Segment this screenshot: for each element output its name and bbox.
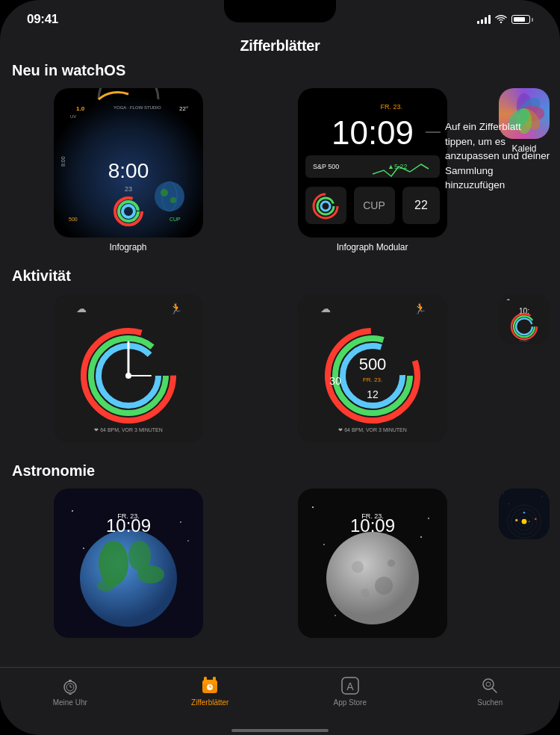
svg-point-17	[170, 197, 176, 203]
section-title-new: Neu in watchOS	[10, 62, 550, 79]
svg-point-83	[361, 589, 370, 598]
watch-face-activity-3[interactable]: ☁ 10: ❤ 64 BPM	[499, 294, 550, 344]
section-aktivitat: Aktivität ☁ 🏃	[10, 267, 550, 447]
svg-text:12: 12	[367, 388, 379, 400]
svg-point-14	[155, 182, 184, 211]
watch-face-activity-1[interactable]: ☁ 🏃 ❤ 64 BPM, VOR 3 MINUTEN	[54, 294, 203, 443]
watch-face-astronomy-2[interactable]: FR. 23. 10:09	[298, 489, 447, 638]
svg-text:10:09: 10:09	[349, 515, 394, 536]
app-store-icon: A	[340, 675, 361, 696]
tab-item-app-store[interactable]: A App Store	[280, 675, 420, 707]
svg-point-123	[486, 682, 491, 686]
watch-item-activity-3[interactable]: ☁ 10: ❤ 64 BPM	[499, 294, 550, 447]
svg-text:8:00: 8:00	[60, 156, 66, 167]
phone-screen: 09:41 Zifferblätter	[0, 0, 560, 735]
tab-item-zifferblatter[interactable]: Zifferblätter	[140, 675, 281, 707]
svg-point-99	[523, 512, 526, 514]
svg-point-98	[529, 521, 530, 522]
svg-text:❤ 64 BPM, VOR 3 MINUTEN: ❤ 64 BPM, VOR 3 MINUTEN	[94, 427, 163, 432]
callout: Auf ein Zifferblatt tippen, um es anzupa…	[426, 120, 553, 193]
svg-text:🏃: 🏃	[169, 303, 183, 315]
svg-rect-108	[69, 680, 72, 682]
battery-icon	[511, 15, 533, 24]
svg-text:FR. 23.: FR. 23.	[380, 103, 402, 111]
svg-point-80	[326, 532, 419, 624]
svg-text:A: A	[346, 680, 354, 692]
zifferblatter-icon	[199, 675, 220, 696]
svg-point-0	[500, 21, 502, 22]
status-time: 09:41	[27, 12, 58, 27]
svg-point-89	[323, 544, 325, 545]
watch-label-infograph: Infograph	[110, 242, 147, 252]
watch-grid-activity: ☁ 🏃 ❤ 64 BPM, VOR 3 MINUTEN	[10, 294, 550, 447]
tab-item-suchen[interactable]: Suchen	[420, 675, 561, 707]
watch-face-activity-2[interactable]: ☁ 🏃 500 FR. 23. 30	[298, 294, 447, 443]
signal-bars-icon	[477, 15, 491, 24]
svg-text:23: 23	[124, 185, 131, 193]
watch-item-infograph[interactable]: 1.0 UV YOGA · FLOW STUDIO 22° 8:00 23	[10, 88, 246, 252]
svg-text:❤ 64 BPM: ❤ 64 BPM	[520, 340, 528, 342]
svg-point-77	[83, 548, 84, 549]
watch-item-astronomy-3[interactable]	[499, 489, 550, 642]
tab-bar: Meine Uhr Zifferblätter	[0, 667, 560, 729]
svg-text:S&P 500: S&P 500	[313, 163, 339, 170]
svg-text:☁: ☁	[506, 297, 510, 301]
tab-label-meine-uhr: Meine Uhr	[53, 698, 87, 707]
svg-point-69	[99, 541, 128, 586]
tab-item-meine-uhr[interactable]: Meine Uhr	[0, 675, 140, 707]
svg-point-91	[335, 615, 336, 616]
svg-text:8:00: 8:00	[108, 159, 149, 182]
svg-text:500: 500	[69, 217, 78, 222]
svg-point-90	[420, 536, 422, 538]
tab-label-zifferblatter: Zifferblätter	[191, 698, 228, 707]
svg-point-101	[535, 518, 537, 520]
tab-label-suchen: Suchen	[477, 698, 503, 707]
watch-item-astronomy-2[interactable]: FR. 23. 10:09	[255, 489, 490, 642]
svg-point-71	[97, 580, 115, 592]
svg-point-76	[180, 521, 181, 523]
tab-label-app-store: App Store	[334, 698, 367, 707]
svg-text:FR. 23.: FR. 23.	[362, 376, 382, 383]
svg-point-75	[72, 510, 73, 512]
wifi-icon	[495, 13, 507, 25]
callout-text: Auf ein Zifferblatt tippen, um es anzupa…	[445, 120, 553, 193]
svg-text:22: 22	[414, 199, 428, 211]
svg-text:30: 30	[329, 375, 341, 387]
svg-point-78	[187, 540, 189, 542]
watch-item-astronomy-1[interactable]: FR. 23. 10:09	[10, 489, 246, 642]
svg-line-122	[493, 689, 497, 693]
svg-point-72	[137, 565, 164, 583]
svg-text:🏃: 🏃	[414, 303, 427, 315]
watch-grid-astronomy: FR. 23. 10:09	[10, 489, 550, 642]
svg-point-87	[312, 506, 314, 508]
watch-face-astronomy-1[interactable]: FR. 23. 10:09	[54, 489, 203, 638]
svg-point-102	[503, 493, 504, 494]
svg-text:UV: UV	[70, 114, 76, 119]
page-title: Zifferblätter	[0, 33, 560, 62]
watch-item-activity-1[interactable]: ☁ 🏃 ❤ 64 BPM, VOR 3 MINUTEN	[10, 294, 246, 447]
svg-point-88	[428, 518, 429, 519]
home-indicator	[0, 729, 560, 735]
svg-point-104	[508, 503, 509, 504]
home-bar	[231, 729, 329, 732]
notch	[224, 0, 336, 22]
svg-text:10:09: 10:09	[105, 515, 150, 536]
svg-text:CUP: CUP	[169, 217, 181, 222]
watch-label-infograph-modular: Infograph Modular	[337, 242, 408, 252]
svg-text:22°: 22°	[179, 105, 188, 112]
svg-point-16	[161, 189, 168, 196]
watch-face-astronomy-3[interactable]	[499, 489, 550, 539]
svg-text:YOGA · FLOW STUDIO: YOGA · FLOW STUDIO	[113, 105, 161, 110]
svg-text:10:09: 10:09	[331, 114, 413, 151]
svg-text:1.0: 1.0	[76, 105, 85, 112]
svg-rect-113	[204, 677, 207, 680]
watch-face-infograph-modular[interactable]: FR. 23. 10:09 S&P 500 ▲5,22	[298, 88, 447, 238]
section-astronomie: Astronomie	[10, 462, 550, 642]
svg-text:☁: ☁	[76, 303, 87, 314]
svg-point-82	[375, 577, 393, 595]
svg-point-47	[125, 373, 131, 379]
svg-text:500: 500	[358, 355, 386, 373]
watch-face-infograph[interactable]: 1.0 UV YOGA · FLOW STUDIO 22° 8:00 23	[54, 88, 203, 238]
suchen-icon	[479, 675, 500, 696]
watch-item-activity-2[interactable]: ☁ 🏃 500 FR. 23. 30	[255, 294, 490, 447]
